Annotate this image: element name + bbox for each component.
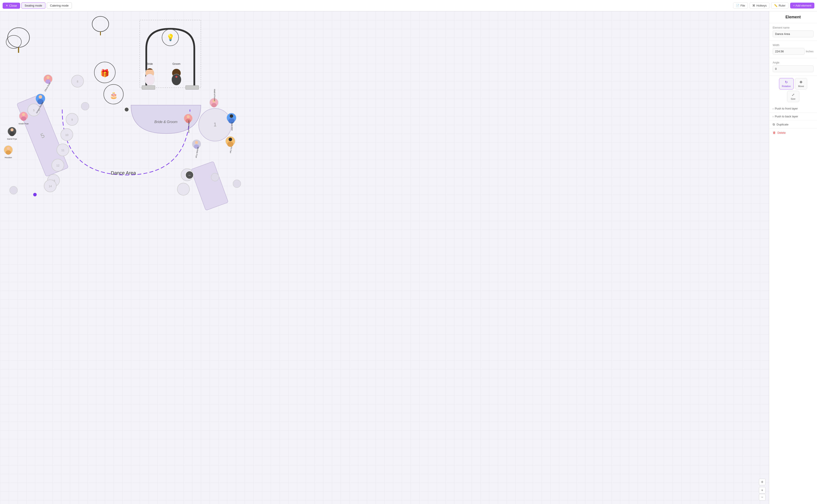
svg-point-0 [8,28,29,47]
svg-text:9: 9 [71,118,73,121]
delete-label: Delete [777,131,786,134]
svg-text:12: 12 [56,164,59,167]
file-icon: 📄 [736,4,740,7]
svg-point-55 [45,79,51,84]
svg-text:🎂: 🎂 [110,91,118,99]
close-button[interactable]: ✕ Close [3,3,20,9]
svg-text:11: 11 [61,149,64,152]
svg-point-47 [145,69,154,77]
file-label: File [741,4,745,7]
size-label: Size [791,98,795,100]
svg-text:Houston: Houston [5,156,12,159]
move-icon: ✥ [800,80,802,84]
svg-point-32 [57,144,69,156]
ruler-label: Ruler [779,4,785,7]
ruler-button[interactable]: 📏 Ruler [771,2,788,9]
close-icon: ✕ [6,4,8,7]
size-icon: ⤢ [792,93,795,97]
svg-point-10 [162,29,179,46]
element-name-input[interactable] [773,31,814,37]
push-front-arrow: › [773,107,774,110]
svg-text:💡: 💡 [166,34,175,41]
svg-point-46 [233,180,241,188]
angle-input[interactable] [773,65,814,72]
width-section: Width Inches [769,41,817,58]
size-button[interactable]: ⤢ Size [787,91,799,102]
svg-point-86 [195,141,198,144]
seating-mode-label: Seating mode [25,4,42,7]
svg-text:Darrel Frye: Darrel Frye [7,138,17,140]
svg-text:14: 14 [49,185,52,188]
svg-text:Bride: Bride [147,62,153,65]
svg-text:🎁: 🎁 [100,69,110,78]
svg-point-3 [92,16,109,32]
catering-mode-button[interactable]: Catering mode [47,2,72,9]
svg-point-82 [230,114,233,118]
svg-rect-5 [140,20,201,88]
duplicate-section: ⧉ Duplicate [769,120,817,129]
ruler-icon: 📏 [774,4,777,7]
svg-point-12 [94,62,115,83]
toolbar-right: 📄 File ⌘ Hotkeys 📏 Ruler + Add element [733,2,814,9]
canvas-area[interactable]: 💡 🎁 🎂 Bride & Groom [0,11,769,504]
seating-mode-button[interactable]: Seating mode [21,2,45,9]
compass-button[interactable]: ✛ [759,479,765,485]
app-container: ✕ Close Seating mode Catering mode 📄 Fil… [0,0,817,504]
svg-point-61 [19,112,28,120]
canvas-grid: 💡 🎁 🎂 Bride & Groom [0,11,769,504]
svg-point-34 [52,159,64,171]
push-front-header[interactable]: › Push to front layer [773,107,814,110]
angle-section: Angle [769,58,817,75]
move-button[interactable]: ✥ Move [795,78,807,89]
svg-point-14 [104,84,123,104]
svg-point-91 [227,142,233,147]
svg-point-75 [186,119,191,123]
svg-point-58 [39,95,42,99]
svg-rect-19 [17,95,69,177]
toolbar: ✕ Close Seating mode Catering mode 📄 Fil… [0,0,817,11]
main-area: 💡 🎁 🎂 Bride & Groom [0,11,817,504]
svg-point-70 [7,147,10,150]
push-back-arrow: › [773,115,774,118]
svg-text:Dance Area: Dance Area [111,170,136,176]
zoom-out-button[interactable]: − [759,494,765,501]
push-front-label: Push to front layer [775,107,798,110]
duplicate-icon: ⧉ [773,123,775,126]
width-input[interactable] [773,48,805,55]
canvas-svg: 💡 🎁 🎂 Bride & Groom [0,11,769,504]
rotation-icon: ↻ [785,80,788,84]
svg-point-28 [66,113,78,125]
push-back-header[interactable]: › Push to back layer [773,115,814,118]
svg-point-42 [177,183,189,195]
svg-text:Michele Frye: Michele Frye [195,147,199,158]
svg-point-24 [71,75,84,87]
delete-button[interactable]: 🗑 Delete [773,131,814,134]
push-front-section: › Push to front layer [769,105,817,113]
svg-point-78 [212,99,215,103]
svg-point-85 [192,140,201,148]
svg-text:Best Man: Best Man [231,122,233,131]
svg-point-57 [36,94,45,103]
svg-text:Olivia Duke: Olivia Duke [44,82,51,92]
svg-text:13: 13 [52,179,55,182]
svg-text:Gregor Benifez: Gregor Benifez [36,101,44,114]
svg-point-94 [186,171,193,179]
svg-rect-23 [191,161,228,211]
add-element-button[interactable]: + Add element [790,3,814,9]
svg-point-71 [6,150,11,155]
svg-point-83 [228,118,234,123]
zoom-controls: ✛ + − [759,479,765,501]
svg-point-45 [211,173,219,181]
right-panel: Element Element name Width Inches Angle … [769,11,817,504]
duplicate-button[interactable]: ⧉ Duplicate [773,123,814,126]
zoom-in-button[interactable]: + [759,487,765,494]
duplicate-label: Duplicate [777,123,788,126]
rotation-label: Rotation [782,85,791,87]
svg-point-40 [181,169,193,181]
file-button[interactable]: 📄 File [733,2,748,9]
hotkeys-button[interactable]: ⌘ Hotkeys [750,2,769,9]
svg-point-74 [187,115,190,118]
svg-text:Maid-of-honor: Maid-of-honor [213,89,216,101]
svg-text:Kit Carr: Kit Carr [229,147,232,154]
rotation-button[interactable]: ↻ Rotation [779,78,794,89]
